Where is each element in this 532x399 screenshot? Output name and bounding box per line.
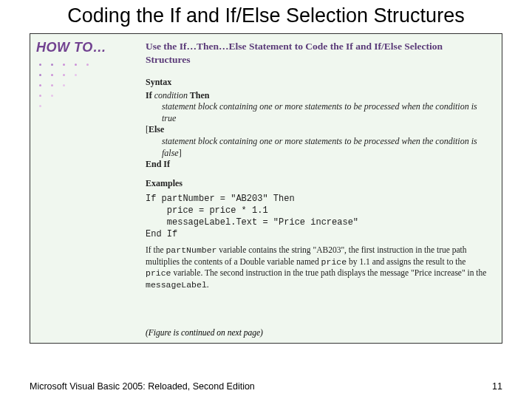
slide-title: Coding the If and If/Else Selection Stru… <box>30 4 502 27</box>
example-code: If partNumber = "AB203" Then price = pri… <box>146 193 487 241</box>
howto-label-bar: HOW TO… <box>30 34 163 61</box>
kw-endif: End If <box>146 159 170 169</box>
exp-m2: price <box>321 257 347 267</box>
false-block-text: statement block containing one or more s… <box>162 136 477 158</box>
syntax-true-block: statement block containing one or more s… <box>146 101 487 124</box>
box-heading: Use the If…Then…Else Statement to Code t… <box>146 40 487 66</box>
cond-placeholder: condition <box>154 90 188 100</box>
figure-continued-note: (Figure is continued on next page) <box>146 328 263 337</box>
exp-m3: price <box>146 268 171 278</box>
syntax-section: Syntax If condition Then statement block… <box>146 77 487 171</box>
exp-t3: by 1.1 and assigns the result to the <box>347 257 466 266</box>
footer-source: Microsoft Visual Basic 2005: Reloaded, S… <box>30 381 255 392</box>
syntax-line-else: [Else <box>146 124 487 136</box>
example-explain: If the partNumber variable contains the … <box>146 245 487 290</box>
exp-t1: If the <box>146 245 166 254</box>
decorative-dots <box>39 64 143 123</box>
kw-if: If <box>146 90 154 100</box>
exp-t4: variable. The second instruction in the … <box>171 268 487 277</box>
howto-label: HOW TO… <box>36 40 106 55</box>
syntax-false-block: statement block containing one or more s… <box>146 136 487 159</box>
slide-footer: Microsoft Visual Basic 2005: Reloaded, S… <box>30 381 502 392</box>
exp-m1: partNumber <box>166 245 216 255</box>
kw-else: Else <box>149 124 164 134</box>
syntax-line-if: If condition Then <box>146 90 487 102</box>
syntax-line-endif: End If <box>146 159 487 171</box>
kw-then: Then <box>188 90 209 100</box>
syntax-heading: Syntax <box>146 77 487 89</box>
exp-m4: messageLabel <box>146 280 207 290</box>
page-number: 11 <box>492 381 502 392</box>
exp-t5: . <box>207 280 209 289</box>
examples-section: Examples If partNumber = "AB203" Then pr… <box>146 178 487 290</box>
examples-heading: Examples <box>146 178 487 190</box>
howto-box: HOW TO… Use the If…Then…Else Statement t… <box>30 33 502 344</box>
bracket-close: ] <box>179 148 182 158</box>
